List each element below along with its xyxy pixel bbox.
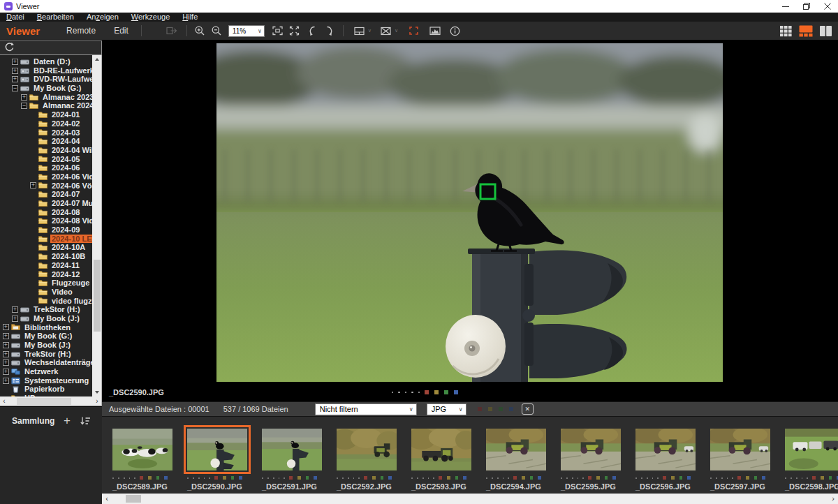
rating-dot[interactable]	[279, 477, 280, 479]
filmstrip-item-dsc2589-jpg[interactable]: _DSC2589.JPG	[112, 429, 172, 494]
scrollbar-thumb[interactable]	[17, 398, 71, 405]
thumbnail-image[interactable]	[710, 429, 770, 470]
rating-and-labels[interactable]	[262, 476, 322, 480]
photo-canvas[interactable]	[216, 43, 723, 382]
label-yellow-icon[interactable]	[223, 476, 226, 480]
rating-dot[interactable]	[418, 392, 420, 394]
expander-expand-icon[interactable]: +	[12, 306, 18, 313]
rating-dot[interactable]	[721, 477, 723, 479]
rating-dot[interactable]	[284, 477, 285, 479]
tree-item-2024-10-lew[interactable]: 2024-10 LEW	[0, 235, 92, 244]
rating-and-labels[interactable]	[392, 390, 464, 394]
label-yellow-icon[interactable]	[148, 476, 152, 480]
label-red-icon[interactable]	[513, 476, 517, 480]
label-yellow-icon[interactable]	[447, 476, 450, 480]
side-by-side-view-icon[interactable]	[819, 25, 832, 37]
rating-dot[interactable]	[802, 477, 803, 479]
zoom-in-icon[interactable]	[194, 25, 205, 36]
rating-dot[interactable]	[433, 477, 434, 479]
rating-dot[interactable]	[417, 477, 418, 479]
tree-item-2024-03[interactable]: 2024-03	[0, 128, 92, 138]
rating-dot[interactable]	[273, 477, 274, 479]
chevron-down-icon[interactable]: ∨	[395, 28, 398, 34]
rating-dot[interactable]	[641, 477, 642, 479]
remote-mode-button[interactable]: Remote	[66, 26, 96, 36]
filmstrip-item-dsc2591-jpg[interactable]: _DSC2591.JPG	[262, 429, 322, 494]
rating-dot[interactable]	[503, 477, 504, 479]
label-green-icon[interactable]	[530, 476, 534, 480]
rating-dot[interactable]	[561, 477, 562, 479]
rating-and-labels[interactable]	[486, 476, 546, 480]
rating-and-labels[interactable]	[411, 476, 471, 480]
rating-and-labels[interactable]	[785, 476, 838, 480]
label-filter-red-icon[interactable]	[478, 407, 482, 411]
label-green-icon[interactable]	[679, 476, 683, 480]
restore-button[interactable]	[796, 0, 817, 13]
label-green-icon[interactable]	[444, 390, 448, 394]
filmstrip-item-dsc2598-jpg[interactable]: _DSC2598.JPG	[785, 429, 838, 494]
filmstrip-view-icon[interactable]	[799, 25, 813, 37]
rating-dot[interactable]	[566, 477, 568, 479]
rating-dot[interactable]	[572, 477, 573, 479]
label-blue-icon[interactable]	[454, 390, 458, 394]
thumbnail-image[interactable]	[785, 429, 838, 470]
compare-view-icon[interactable]	[380, 25, 392, 36]
zoom-out-icon[interactable]	[211, 25, 222, 36]
label-yellow-icon[interactable]	[746, 476, 749, 480]
label-green-icon[interactable]	[605, 476, 608, 480]
tree-item-2024-08[interactable]: 2024-08	[0, 208, 92, 217]
label-filter-dots[interactable]	[478, 407, 513, 411]
tree-item-daten-d[interactable]: +Daten (D:)	[0, 57, 92, 66]
tree-item-2024-10a[interactable]: 2024-10A	[0, 243, 92, 252]
expander-expand-icon[interactable]: +	[3, 324, 9, 330]
rating-dot[interactable]	[785, 477, 786, 479]
tree-item-2024-06-video[interactable]: 2024-06 Video	[0, 172, 92, 181]
label-yellow-icon[interactable]	[434, 390, 439, 394]
rating-dot[interactable]	[358, 477, 360, 479]
zoom-level-combobox[interactable]: 11% ∨	[228, 25, 265, 37]
rotate-left-icon[interactable]	[307, 25, 318, 36]
rating-dot[interactable]	[582, 477, 584, 479]
scroll-right-icon[interactable]: ›	[93, 396, 101, 406]
label-blue-icon[interactable]	[762, 476, 765, 480]
label-green-icon[interactable]	[231, 476, 235, 480]
tree-item-2024-12[interactable]: 2024-12	[0, 270, 92, 279]
label-yellow-icon[interactable]	[671, 476, 675, 480]
menu-item-hilfe[interactable]: Hilfe	[176, 13, 204, 22]
rating-dot[interactable]	[134, 477, 135, 479]
tree-item-almanac-2024[interactable]: −Almanac 2024	[0, 101, 92, 110]
tree-item-my-book-j[interactable]: +My Book (J:)	[0, 341, 92, 350]
tree-item-dvd-rw-laufwerk-f[interactable]: +DVD-RW-Laufwerk (F	[0, 75, 92, 84]
label-blue-icon[interactable]	[463, 476, 466, 480]
tree-item-systemsteuerung[interactable]: +Systemsteuerung	[0, 376, 92, 385]
rating-and-labels[interactable]	[187, 476, 247, 480]
actual-size-icon[interactable]	[288, 25, 300, 36]
tree-item-2024-07-mutte[interactable]: 2024-07 Mutte	[0, 199, 92, 208]
rating-dot[interactable]	[652, 477, 654, 479]
rating-dot[interactable]	[422, 477, 424, 479]
thumbnail-image[interactable]	[337, 429, 397, 470]
filter-dropdown[interactable]: Nicht filtern ∨	[315, 403, 417, 415]
label-blue-icon[interactable]	[239, 476, 242, 480]
rotate-right-icon[interactable]	[323, 25, 335, 36]
label-filter-yellow-icon[interactable]	[488, 407, 492, 411]
filmstrip-item-dsc2596-jpg[interactable]: _DSC2596.JPG	[635, 429, 696, 494]
tree-item-papierkorb[interactable]: Papierkorb	[0, 385, 92, 394]
rating-dot[interactable]	[508, 477, 509, 479]
label-red-icon[interactable]	[425, 390, 429, 394]
label-blue-icon[interactable]	[314, 476, 317, 480]
rating-dot[interactable]	[716, 477, 717, 479]
grid-view-icon[interactable]	[779, 25, 793, 37]
rating-dot[interactable]	[204, 477, 205, 479]
rating-dot[interactable]	[193, 477, 194, 479]
label-red-icon[interactable]	[439, 476, 442, 480]
tree-item-2024-07[interactable]: 2024-07	[0, 190, 92, 199]
clear-filter-button[interactable]: ✕	[522, 403, 534, 415]
export-icon[interactable]	[166, 25, 178, 36]
rating-dot[interactable]	[791, 477, 792, 479]
rating-dot[interactable]	[353, 477, 355, 479]
rating-dot[interactable]	[405, 392, 407, 394]
rating-dot[interactable]	[578, 477, 579, 479]
label-green-icon[interactable]	[306, 476, 309, 480]
label-red-icon[interactable]	[588, 476, 591, 480]
